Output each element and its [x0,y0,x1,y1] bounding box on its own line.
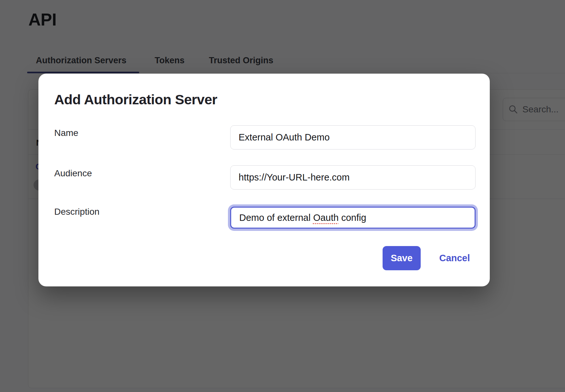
description-text-before: Demo of external [239,212,313,223]
description-field[interactable]: Demo of external Oauth config [230,207,476,229]
api-page: API Authorization Servers Tokens Trusted… [0,0,565,392]
modal-title: Add Authorization Server [54,92,217,108]
description-label: Description [54,207,99,217]
add-authorization-server-modal: Add Authorization Server Name Audience D… [38,74,490,286]
description-text-misspelled: Oauth [313,212,339,223]
name-field[interactable] [230,125,476,150]
save-button[interactable]: Save [383,246,421,270]
audience-field[interactable] [230,165,476,190]
cancel-button[interactable]: Cancel [434,246,476,270]
description-text-after: config [339,212,366,223]
audience-label: Audience [54,168,92,179]
name-label: Name [54,128,78,138]
